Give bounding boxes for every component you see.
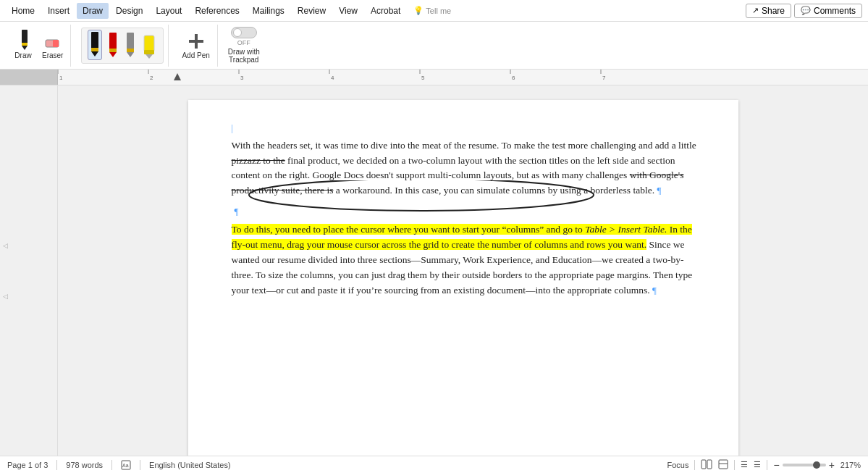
svg-rect-1 <box>22 43 28 46</box>
menu-draw[interactable]: Draw <box>77 3 109 19</box>
svg-rect-15 <box>144 50 154 54</box>
paragraph-break: ¶ <box>232 204 702 219</box>
gray-pen[interactable] <box>124 31 137 60</box>
lightbulb-icon: 💡 <box>413 6 424 15</box>
svg-text:1: 1 <box>59 75 63 81</box>
red-pen[interactable] <box>106 31 119 60</box>
svg-text:6: 6 <box>512 75 515 81</box>
draw-trackpad-label: Draw withTrackpad <box>228 48 260 64</box>
svg-rect-14 <box>144 35 154 51</box>
zoom-slider[interactable]: − + <box>773 459 834 471</box>
status-divider-2 <box>111 460 112 470</box>
word-count: 978 words <box>66 461 103 469</box>
status-bar-right: Focus ☰ ☰ − + 217% <box>667 459 861 471</box>
ruler: 1 2 3 4 5 6 7 <box>0 70 868 85</box>
para-mark-1: ¶ <box>657 185 661 196</box>
para1-text-mid: final product, we decided on a two-colum… <box>232 155 675 181</box>
align-left-icon: ☰ <box>741 460 748 469</box>
svg-text:5: 5 <box>421 75 425 81</box>
eraser-icon <box>43 31 63 51</box>
svg-rect-18 <box>189 40 203 43</box>
eraser-button[interactable]: Eraser <box>39 30 66 61</box>
ribbon-group-draw-erase: Draw Eraser <box>6 25 71 67</box>
align-right-icon: ☰ <box>754 460 761 469</box>
status-divider-5 <box>734 460 735 470</box>
svg-rect-39 <box>719 460 728 469</box>
paragraph-2: To do this, you need to place the cursor… <box>232 222 702 298</box>
share-icon: ↗ <box>752 6 759 15</box>
svg-rect-9 <box>109 49 117 52</box>
view-mode-icon-1[interactable] <box>701 459 712 471</box>
svg-marker-7 <box>91 51 98 56</box>
svg-text:4: 4 <box>331 75 334 81</box>
document-page[interactable]: | With the headers set, it was time to d… <box>188 100 738 456</box>
menu-references[interactable]: References <box>189 3 245 19</box>
layout-icon-2 <box>718 459 728 469</box>
comments-button[interactable]: 💬 Comments <box>794 4 862 18</box>
ruler-left-margin <box>0 70 58 85</box>
zoom-minus[interactable]: − <box>773 459 779 471</box>
menu-layout[interactable]: Layout <box>150 3 187 19</box>
side-arrows: ◁ ◁ <box>3 242 8 300</box>
draw-trackpad-toggle[interactable]: OFF <box>231 27 257 46</box>
menu-review[interactable]: Review <box>292 3 332 19</box>
menu-view[interactable]: View <box>333 3 363 19</box>
ribbon-group-pens <box>77 25 169 67</box>
words-label: Aa <box>121 459 131 469</box>
svg-rect-11 <box>127 33 134 50</box>
yellow-highlighter[interactable] <box>141 31 157 60</box>
svg-rect-4 <box>53 40 59 47</box>
add-pen-button[interactable]: Add Pen <box>179 30 212 61</box>
menu-design[interactable]: Design <box>110 3 148 19</box>
draw-erase-tools: Draw Eraser <box>10 30 66 61</box>
zoom-plus[interactable]: + <box>829 459 835 471</box>
share-button[interactable]: ↗ Share <box>746 4 791 18</box>
para2-highlight-start: To do this, you need to place the cursor… <box>232 224 586 235</box>
zoom-thumb <box>813 461 820 469</box>
ribbon-group-trackpad: OFF Draw withTrackpad <box>224 25 264 67</box>
status-divider-3 <box>140 460 140 470</box>
svg-text:Aa: Aa <box>122 463 129 468</box>
menu-insert[interactable]: Insert <box>42 3 75 19</box>
svg-marker-2 <box>22 46 28 50</box>
menu-home[interactable]: Home <box>6 3 41 19</box>
black-pen-selected[interactable] <box>88 30 102 60</box>
eraser-label: Eraser <box>42 51 63 59</box>
zoom-track[interactable] <box>783 464 826 466</box>
focus-label[interactable]: Focus <box>667 461 689 469</box>
ribbon: Draw Eraser <box>0 22 868 70</box>
toggle-state: OFF <box>237 39 250 46</box>
para-mark-2: ¶ <box>235 206 239 217</box>
menu-tellme[interactable]: 💡 Tell me <box>408 3 457 19</box>
svg-rect-5 <box>91 32 98 49</box>
toggle-knob <box>233 28 242 37</box>
arrow-down-icon: ◁ <box>3 293 8 300</box>
svg-marker-10 <box>109 52 117 57</box>
svg-rect-38 <box>707 460 712 469</box>
cursor-mark: | <box>232 122 702 135</box>
add-pen-icon <box>186 31 206 51</box>
svg-text:3: 3 <box>240 75 244 81</box>
svg-text:2: 2 <box>150 75 153 81</box>
para2-italic: Table > Insert Table. <box>585 224 667 235</box>
comment-icon: 💬 <box>801 6 811 15</box>
status-divider-1 <box>56 460 57 470</box>
para-mark-3: ¶ <box>652 285 657 296</box>
ribbon-group-addpen: Add Pen <box>174 25 217 67</box>
menu-acrobat[interactable]: Acrobat <box>365 3 406 19</box>
status-bar: Page 1 of 3 978 words Aa English (United… <box>0 456 868 473</box>
view-mode-icon-2[interactable] <box>718 459 728 471</box>
status-divider-4 <box>694 460 695 470</box>
left-sidebar: ◁ ◁ <box>0 85 58 456</box>
menu-mailings[interactable]: Mailings <box>247 3 290 19</box>
draw-pen-icon <box>13 31 33 51</box>
page-content: | With the headers set, it was time to d… <box>58 85 868 456</box>
svg-marker-13 <box>127 52 134 57</box>
layout-icon-1 <box>701 459 712 469</box>
arrow-up-icon: ◁ <box>3 242 8 249</box>
draw-button[interactable]: Draw <box>10 30 36 61</box>
svg-rect-6 <box>91 48 98 51</box>
status-divider-6 <box>767 460 767 470</box>
toggle-track[interactable] <box>231 27 257 38</box>
words-icon: Aa <box>121 460 131 470</box>
